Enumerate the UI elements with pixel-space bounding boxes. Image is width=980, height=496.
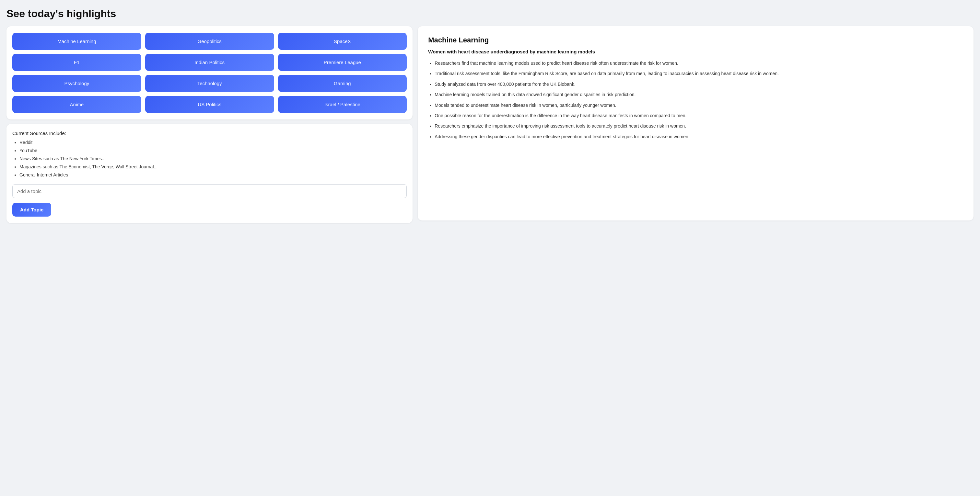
- topic-btn-anime[interactable]: Anime: [12, 96, 141, 113]
- sources-title: Current Sources Include:: [12, 130, 407, 136]
- topic-btn-premiere-league[interactable]: Premiere League: [278, 54, 407, 71]
- main-layout: Machine LearningGeopoliticsSpaceXF1India…: [6, 26, 974, 223]
- article-bullet: Researchers emphasize the importance of …: [434, 122, 963, 130]
- page-title: See today's highlights: [6, 8, 974, 20]
- topic-btn-psychology[interactable]: Psychology: [12, 75, 141, 92]
- article-bullet: Machine learning models trained on this …: [434, 91, 963, 98]
- topics-grid: Machine LearningGeopoliticsSpaceXF1India…: [12, 33, 407, 113]
- topic-btn-indian-politics[interactable]: Indian Politics: [145, 54, 274, 71]
- add-topic-button[interactable]: Add Topic: [12, 203, 51, 217]
- source-item: YouTube: [19, 147, 407, 154]
- source-item: Reddit: [19, 139, 407, 146]
- topic-btn-gaming[interactable]: Gaming: [278, 75, 407, 92]
- source-item: General Internet Articles: [19, 171, 407, 178]
- add-topic-input[interactable]: [12, 184, 407, 198]
- sources-list: RedditYouTubeNews Sites such as The New …: [12, 139, 407, 178]
- topics-card: Machine LearningGeopoliticsSpaceXF1India…: [6, 26, 412, 119]
- topic-btn-f1[interactable]: F1: [12, 54, 141, 71]
- article-bullet: One possible reason for the underestimat…: [434, 112, 963, 119]
- article-bullets: Researchers find that machine learning m…: [428, 60, 963, 140]
- article-headline: Women with heart disease underdiagnosed …: [428, 49, 963, 54]
- source-item: Magazines such as The Economist, The Ver…: [19, 163, 407, 170]
- topic-btn-spacex[interactable]: SpaceX: [278, 33, 407, 50]
- sources-card: Current Sources Include: RedditYouTubeNe…: [6, 124, 412, 223]
- topic-btn-machine-learning[interactable]: Machine Learning: [12, 33, 141, 50]
- article-bullet: Addressing these gender disparities can …: [434, 133, 963, 140]
- right-panel: Machine Learning Women with heart diseas…: [418, 26, 974, 220]
- article-bullet: Models tended to underestimate heart dis…: [434, 101, 963, 109]
- source-item: News Sites such as The New York Times...: [19, 155, 407, 162]
- topic-btn-israel-palestine[interactable]: Israel / Palestine: [278, 96, 407, 113]
- article-bullet: Study analyzed data from over 400,000 pa…: [434, 81, 963, 88]
- topic-btn-geopolitics[interactable]: Geopolitics: [145, 33, 274, 50]
- topic-btn-technology[interactable]: Technology: [145, 75, 274, 92]
- article-bullet: Researchers find that machine learning m…: [434, 60, 963, 67]
- topic-btn-us-politics[interactable]: US Politics: [145, 96, 274, 113]
- left-panel: Machine LearningGeopoliticsSpaceXF1India…: [6, 26, 412, 223]
- article-bullet: Traditional risk assessment tools, like …: [434, 70, 963, 77]
- article-topic: Machine Learning: [428, 36, 963, 44]
